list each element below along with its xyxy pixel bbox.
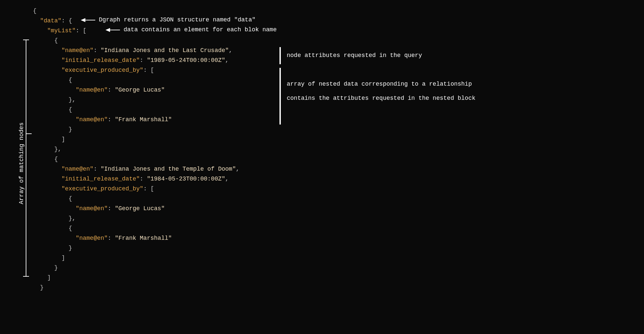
bracket-left — [26, 40, 26, 277]
key-release: "initial_release_date" — [61, 57, 140, 64]
bracket-left-tick — [26, 133, 32, 134]
arrow-mylist-icon — [105, 28, 110, 32]
key-data: "data" — [40, 17, 62, 24]
val-producer2b: "Frank Marshall" — [115, 235, 172, 241]
val-producer2a: "Frank Marshall" — [115, 116, 172, 123]
bracket-nested — [279, 68, 281, 125]
val-producer1a: "George Lucas" — [115, 87, 164, 93]
note-nested-2: contains the attributes requested in the… — [287, 95, 476, 101]
note-left: Array of matching nodes — [18, 123, 25, 204]
val-movie2-date: "1984-05-23T00:00:00Z" — [147, 176, 225, 182]
val-movie2-name: "Indiana Jones and the Temple of Doom" — [101, 166, 236, 172]
key-prod: "executive_produced_by" — [61, 67, 143, 73]
arrow-data-line — [85, 20, 95, 20]
bracket-attrs — [279, 47, 281, 64]
bracket-left-botcap — [23, 276, 29, 277]
val-movie1-name: "Indiana Jones and the Last Crusade" — [101, 47, 229, 54]
arrow-data-icon — [81, 18, 85, 22]
note-nested-1: array of nested data corresponding to a … — [287, 81, 472, 87]
json-code: { "data": { "myList": [ { "name@en": "In… — [33, 6, 240, 292]
diagram-stage: { "data": { "myList": [ { "name@en": "In… — [0, 0, 644, 334]
note-mylist: data contains an element for each blok n… — [124, 26, 277, 33]
val-producer1b: "George Lucas" — [115, 205, 164, 212]
key-name: "name@en" — [61, 47, 93, 54]
arrow-mylist-line — [110, 30, 120, 30]
note-data: Dgraph returns a JSON structure named "d… — [99, 16, 255, 23]
note-attrs: node attributes requested in the query — [287, 52, 422, 59]
val-movie1-date: "1989-05-24T00:00:00Z" — [147, 57, 225, 64]
bracket-left-topcap — [23, 40, 29, 40]
key-mylist: "myList" — [47, 27, 75, 34]
